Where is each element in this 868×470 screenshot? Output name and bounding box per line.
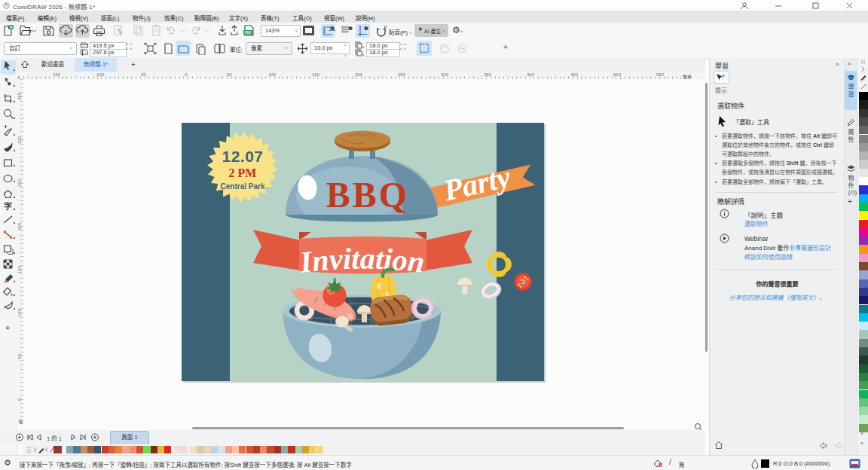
svg-text:x: x: [362, 44, 364, 49]
svg-text:y: y: [362, 52, 364, 56]
svg-text:Central Park: Central Park: [221, 182, 265, 191]
svg-text:+: +: [5, 323, 10, 332]
svg-text:?: ?: [721, 73, 725, 80]
svg-text:PDF: PDF: [245, 31, 252, 35]
svg-text:字: 字: [4, 201, 12, 211]
svg-text:Invitation: Invitation: [298, 241, 426, 279]
svg-text:12.07: 12.07: [222, 148, 263, 165]
svg-text:BBQ: BBQ: [326, 175, 409, 215]
svg-text:2 PM: 2 PM: [229, 166, 257, 179]
